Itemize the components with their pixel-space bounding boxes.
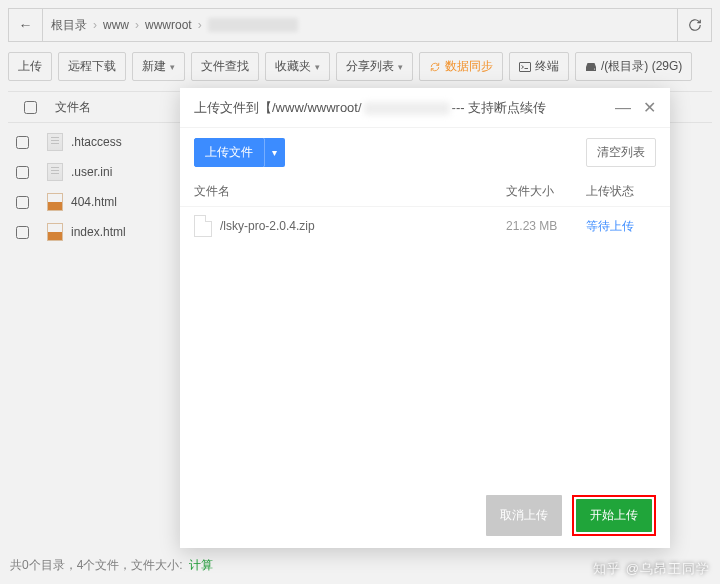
modal-col-size: 文件大小 bbox=[506, 183, 586, 200]
upload-filesize: 21.23 MB bbox=[506, 219, 586, 233]
clear-list-button[interactable]: 清空列表 bbox=[586, 138, 656, 167]
upload-file-button-group: 上传文件 ▾ bbox=[194, 138, 285, 167]
start-upload-button[interactable]: 开始上传 bbox=[576, 499, 652, 532]
upload-status[interactable]: 等待上传 bbox=[586, 218, 656, 235]
modal-col-name: 文件名 bbox=[194, 183, 506, 200]
file-icon bbox=[194, 215, 212, 237]
cancel-upload-button[interactable]: 取消上传 bbox=[486, 495, 562, 536]
modal-title: 上传文件到【/www/wwwroot/--- 支持断点续传 bbox=[194, 99, 615, 117]
upload-file-button[interactable]: 上传文件 bbox=[194, 138, 264, 167]
upload-row: /lsky-pro-2.0.4.zip 21.23 MB 等待上传 bbox=[180, 207, 670, 245]
upload-file-dropdown[interactable]: ▾ bbox=[264, 138, 285, 167]
upload-filename: /lsky-pro-2.0.4.zip bbox=[220, 219, 506, 233]
close-button[interactable]: ✕ bbox=[643, 98, 656, 117]
modal-col-status: 上传状态 bbox=[586, 183, 656, 200]
minimize-button[interactable]: — bbox=[615, 99, 631, 117]
redacted-path bbox=[364, 102, 450, 115]
watermark: 知乎 @乌昂王同学 bbox=[593, 560, 710, 578]
highlight-annotation: 开始上传 bbox=[572, 495, 656, 536]
upload-modal: 上传文件到【/www/wwwroot/--- 支持断点续传 — ✕ 上传文件 ▾… bbox=[180, 88, 670, 548]
